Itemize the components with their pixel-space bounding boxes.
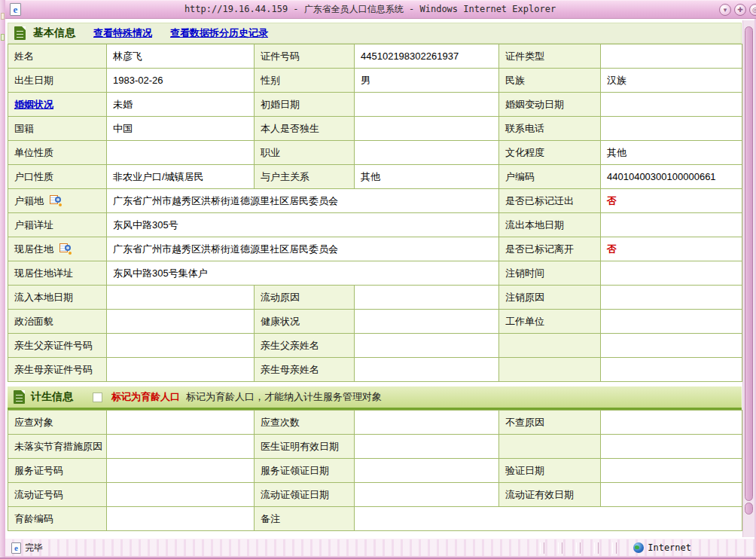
field-value (107, 483, 255, 507)
field-value (107, 310, 255, 334)
minimize-button[interactable]: ▾ (719, 4, 731, 16)
field-label: 工作单位 (499, 310, 601, 334)
field-value: 中国 (107, 117, 255, 141)
field-value (355, 334, 499, 358)
field-value (601, 358, 742, 382)
page-content: 基本信息 查看特殊情况 查看数据拆分历史记录 姓名林彦飞证件号码44510219… (5, 19, 754, 539)
vertical-scrollbar[interactable] (742, 20, 754, 537)
table-row: 户籍地广东省广州市越秀区洪桥街道德源里社区居民委员会是否已标记迁出否 (8, 189, 742, 213)
field-value (601, 411, 742, 435)
field-label: 证件类型 (499, 44, 601, 69)
field-label: 育龄编码 (8, 507, 107, 531)
field-label-text: 亲生父亲证件号码 (14, 340, 93, 351)
lookup-icon[interactable] (59, 243, 72, 254)
field-label: 备注 (255, 507, 355, 531)
field-label-text: 户籍详址 (14, 219, 53, 231)
family-planning-table: 应查对象应查次数不查原因未落实节育措施原因医生证明有效日期服务证号码服务证领证日… (8, 410, 742, 531)
table-row: 亲生母亲证件号码亲生母亲姓名 (8, 358, 742, 382)
field-label: 政治面貌 (8, 310, 107, 334)
field-value: 否 (601, 189, 742, 213)
table-row: 流动证号码流动证领证日期流动证有效日期 (8, 483, 742, 507)
status-page-icon: e (11, 542, 21, 554)
table-row: 婚姻状况未婚初婚日期婚姻变动日期 (8, 93, 742, 117)
field-value (601, 286, 742, 310)
field-label-text: 性别 (261, 75, 280, 86)
table-row: 户口性质非农业户口/城镇居民与户主关系其他户编码4401040030010000… (8, 165, 742, 189)
field-label: 户编码 (499, 165, 601, 189)
scrollbar-thumb[interactable] (745, 26, 753, 501)
field-label-text: 流入本地日期 (14, 292, 73, 303)
field-label-text: 文化程度 (505, 147, 544, 158)
field-label: 流入本地日期 (8, 286, 107, 310)
field-label: 是否已标记迁出 (499, 189, 601, 213)
field-value: 广东省广州市越秀区洪桥街道德源里社区居民委员会 (107, 189, 499, 213)
field-label-text: 不查原因 (505, 417, 544, 428)
field-label: 医生证明有效日期 (255, 435, 355, 459)
field-value (601, 459, 742, 483)
link-view-special-situation[interactable]: 查看特殊情况 (93, 26, 152, 40)
field-label-text: 与户主关系 (261, 171, 309, 182)
field-label: 应查次数 (255, 411, 355, 435)
document-icon (14, 390, 25, 404)
field-label: 服务证号码 (8, 459, 107, 483)
field-label-link[interactable]: 婚姻状况 (14, 99, 53, 110)
field-value-text: 否 (607, 243, 617, 255)
field-value: 其他 (355, 165, 499, 189)
status-separator (612, 542, 617, 554)
field-label-text: 流出本地日期 (505, 219, 564, 231)
field-value: 1983-02-26 (107, 69, 255, 93)
link-view-split-history[interactable]: 查看数据拆分历史记录 (170, 26, 268, 40)
field-label-text: 联系电话 (505, 123, 544, 134)
field-value-text: 445102198302261937 (361, 50, 459, 62)
childbearing-age-checkbox[interactable] (93, 393, 102, 402)
field-label: 单位性质 (8, 141, 107, 165)
field-value: 东风中路305号集体户 (107, 261, 499, 286)
section-title-family-planning: 计生信息 (31, 390, 73, 404)
field-value (355, 93, 499, 117)
field-value (355, 358, 499, 382)
table-row: 单位性质职业文化程度其他 (8, 141, 742, 165)
field-value (601, 483, 742, 507)
field-value: 广东省广州市越秀区洪桥街道德源里社区居民委员会 (107, 237, 499, 261)
field-label-text: 姓名 (14, 50, 34, 62)
field-label: 婚姻状况 (8, 93, 107, 117)
field-value-text: 广东省广州市越秀区洪桥街道德源里社区居民委员会 (113, 243, 338, 255)
field-value-text: 其他 (607, 147, 626, 158)
field-label: 姓名 (8, 44, 107, 69)
field-value-text: 其他 (361, 171, 380, 182)
field-value: 汉族 (601, 69, 742, 93)
field-label: 现居住地 (8, 237, 107, 261)
field-label-text: 国籍 (14, 123, 34, 134)
field-value (355, 286, 499, 310)
field-label-text: 是否已标记迁出 (505, 195, 574, 206)
field-label-text: 服务证号码 (14, 465, 63, 476)
field-value-text: 林彦飞 (113, 50, 142, 62)
field-label-text: 未落实节育措施原因 (14, 441, 102, 452)
field-label: 初婚日期 (255, 93, 355, 117)
scrollbar-down-button[interactable] (745, 502, 753, 515)
field-label: 流动证有效日期 (499, 483, 601, 507)
field-label-text: 注销原因 (505, 292, 544, 303)
field-label: 户籍详址 (8, 213, 107, 237)
field-label-text: 亲生母亲姓名 (261, 364, 319, 375)
section-title-basic-info: 基本信息 (33, 26, 75, 40)
field-value (355, 459, 499, 483)
field-label: 本人是否独生 (255, 117, 355, 141)
maximize-button[interactable]: ✚ (734, 4, 746, 16)
field-label-text: 工作单位 (505, 316, 544, 327)
table-row: 姓名林彦飞证件号码445102198302261937证件类型 (8, 44, 742, 69)
status-separator (576, 542, 581, 554)
ie-letter: e (14, 5, 18, 14)
field-value-text: 东风中路305号集体户 (113, 267, 208, 279)
lookup-icon[interactable] (50, 195, 62, 206)
field-value-text: 44010400300100000661 (607, 171, 716, 182)
field-label: 流动证号码 (8, 483, 107, 507)
field-label-text: 育龄编码 (14, 513, 53, 524)
field-value: 44010400300100000661 (601, 165, 742, 189)
table-row: 育龄编码备注 (8, 507, 742, 531)
field-label-text: 本人是否独生 (261, 123, 319, 134)
status-separator (558, 542, 562, 554)
field-label: 民族 (499, 69, 601, 93)
table-row: 亲生父亲证件号码亲生父亲姓名 (8, 334, 742, 358)
close-button[interactable]: ◎ (749, 4, 756, 16)
